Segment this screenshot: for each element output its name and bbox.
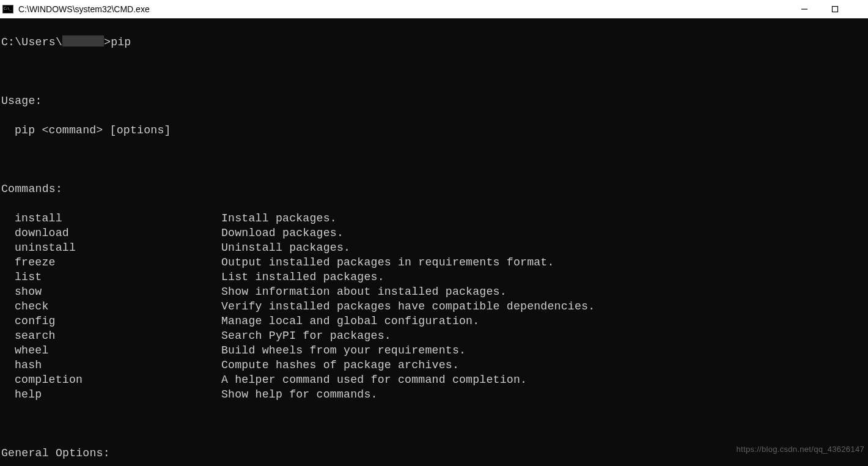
command-name: show bbox=[1, 284, 221, 299]
commands-header: Commands: bbox=[1, 182, 868, 196]
cmd-icon bbox=[2, 4, 13, 14]
command-row: checkVerify installed packages have comp… bbox=[1, 299, 868, 314]
command-desc: Verify installed packages have compatibl… bbox=[221, 299, 595, 314]
censored-username bbox=[62, 35, 104, 46]
command-name: wheel bbox=[1, 343, 221, 358]
command-row: installInstall packages. bbox=[1, 211, 868, 226]
usage-line: pip <command> [options] bbox=[1, 123, 868, 138]
command-row: completionA helper command used for comm… bbox=[1, 372, 868, 387]
maximize-button[interactable] bbox=[829, 3, 841, 15]
command-row: configManage local and global configurat… bbox=[1, 314, 868, 328]
command-desc: Build wheels from your requirements. bbox=[221, 343, 466, 358]
command-name: help bbox=[1, 387, 221, 402]
command-row: hashCompute hashes of package archives. bbox=[1, 358, 868, 372]
command-desc: Output installed packages in requirement… bbox=[221, 255, 554, 270]
command-name: uninstall bbox=[1, 240, 221, 255]
titlebar: C:\WINDOWS\system32\CMD.exe bbox=[0, 0, 868, 18]
terminal-output[interactable]: C:\Users\>pip Usage: pip <command> [opti… bbox=[0, 18, 868, 466]
usage-text: pip <command> [options] bbox=[1, 123, 171, 138]
command-desc: Search PyPI for packages. bbox=[221, 328, 391, 343]
window-controls bbox=[798, 3, 866, 15]
command-name: hash bbox=[1, 358, 221, 372]
command-desc: A helper command used for command comple… bbox=[221, 372, 527, 387]
command-desc: Uninstall packages. bbox=[221, 240, 350, 255]
usage-header: Usage: bbox=[1, 94, 868, 108]
command-row: searchSearch PyPI for packages. bbox=[1, 328, 868, 343]
prompt-suffix: >pip bbox=[104, 36, 131, 48]
minimize-button[interactable] bbox=[798, 3, 811, 15]
command-desc: Show help for commands. bbox=[221, 387, 378, 402]
command-name: install bbox=[1, 211, 221, 226]
command-row: downloadDownload packages. bbox=[1, 226, 868, 240]
command-desc: Compute hashes of package archives. bbox=[221, 358, 459, 372]
command-name: search bbox=[1, 328, 221, 343]
prompt-line: C:\Users\>pip bbox=[1, 34, 868, 50]
command-desc: Manage local and global configuration. bbox=[221, 314, 479, 328]
blank-line bbox=[1, 64, 868, 79]
svg-rect-1 bbox=[833, 7, 838, 12]
command-desc: Install packages. bbox=[221, 211, 337, 226]
command-row: freezeOutput installed packages in requi… bbox=[1, 255, 868, 270]
command-desc: Show information about installed package… bbox=[221, 284, 507, 299]
window-title: C:\WINDOWS\system32\CMD.exe bbox=[18, 4, 150, 14]
prompt-prefix: C:\Users\ bbox=[1, 36, 62, 48]
command-name: check bbox=[1, 299, 221, 314]
command-row: wheelBuild wheels from your requirements… bbox=[1, 343, 868, 358]
command-name: download bbox=[1, 226, 221, 240]
command-row: listList installed packages. bbox=[1, 270, 868, 284]
command-name: freeze bbox=[1, 255, 221, 270]
blank-line bbox=[1, 416, 868, 431]
command-name: completion bbox=[1, 372, 221, 387]
watermark-text: https://blog.csdn.net/qq_43626147 bbox=[737, 445, 864, 454]
command-desc: Download packages. bbox=[221, 226, 344, 240]
command-row: helpShow help for commands. bbox=[1, 387, 868, 402]
command-name: config bbox=[1, 314, 221, 328]
command-name: list bbox=[1, 270, 221, 284]
command-row: uninstallUninstall packages. bbox=[1, 240, 868, 255]
blank-line bbox=[1, 152, 868, 167]
command-desc: List installed packages. bbox=[221, 270, 384, 284]
command-row: showShow information about installed pac… bbox=[1, 284, 868, 299]
